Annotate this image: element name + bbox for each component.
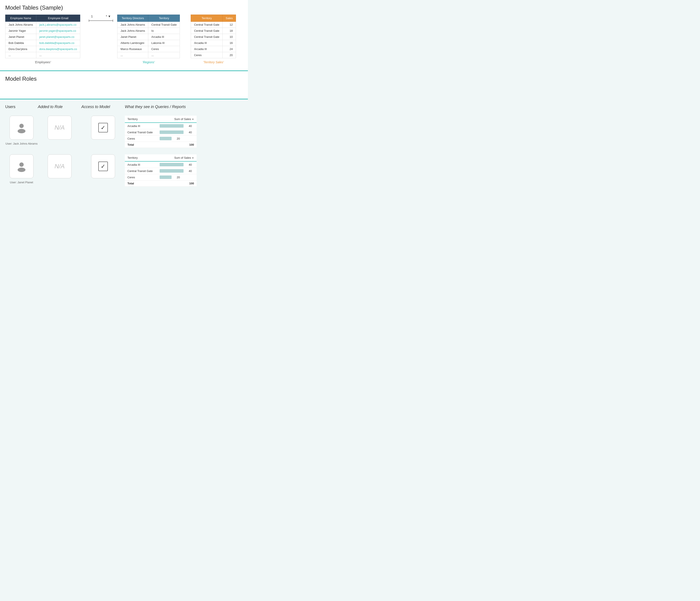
regions-table: Territory Directors Territory Jack Johns… (117, 15, 180, 58)
bar-value: 40 (185, 124, 192, 128)
user-row: User: Jack Johns Abrams N/A ✓ Territory … (5, 116, 243, 148)
sort-arrow-icon: ▼ (192, 157, 194, 159)
table-row: Central Transit Gate18 (191, 28, 236, 34)
table-row: Arcadia III24 (191, 46, 236, 52)
model-tables-section: Model Tables (Sample) Employee Name Empl… (0, 0, 248, 71)
table-row: Central Transit Gate10 (191, 34, 236, 40)
table-row: Dora Dax'ploradora.daxplora@spaceparts.c… (5, 46, 80, 52)
table-row: Arcadia III 40 (125, 123, 197, 129)
qt-territory-cell: Ceres (125, 174, 157, 180)
table-row: Janet PlanetArcadia III (118, 34, 180, 40)
qt-sales-cell: 40 (157, 123, 197, 129)
table-row: Ceres20 (191, 52, 236, 58)
ts-sales-cell: 18 (222, 28, 236, 34)
total-row: Total 100 (125, 142, 197, 148)
table-row: Jack Johns AbramsIo (118, 28, 180, 34)
col-header-added: Added to Role (38, 105, 81, 109)
qt-territory-cell: Arcadia III (125, 161, 157, 168)
territory-sales-table-block: Territory Sales Central Transit Gate12Ce… (191, 15, 236, 64)
columns-header: Users Added to Role Access to Model What… (5, 105, 243, 109)
employee-email-cell: bob.dabilda@spaceparts.co (36, 40, 80, 46)
bar-value: 40 (185, 131, 192, 134)
ts-sales-cell: 12 (222, 22, 236, 28)
col-header-access: Access to Model (81, 105, 125, 109)
users-section: Users Added to Role Access to Model What… (0, 99, 248, 200)
region-director-cell: Alberto Lambrogini (118, 40, 148, 46)
employee-email-cell: jaromir.yager@spaceparts.co (36, 28, 80, 34)
total-value: 100 (157, 180, 197, 186)
svg-point-6 (18, 168, 25, 172)
ts-territory-cell: Central Transit Gate (191, 28, 222, 34)
model-roles-title: Model Roles (5, 75, 243, 82)
query-table: Territory Sum of Sales ▼ Arcadia III 40 … (125, 116, 197, 148)
model-tables-title: Model Tables (Sample) (5, 4, 243, 11)
checkbox-box: ✓ (91, 154, 115, 178)
bar (159, 124, 183, 128)
employees-caption: 'Employees' (34, 60, 51, 64)
qt-sales-cell: 20 (157, 135, 197, 142)
table-row: Alberto LambroginiLakonía III (118, 40, 180, 46)
query-table: Territory Sum of Sales ▼ Arcadia III 40 … (125, 154, 197, 186)
qt-col-sales: Sum of Sales ▼ (157, 116, 197, 123)
qt-col-territory: Territory (125, 154, 157, 161)
bar-cell: 40 (159, 169, 194, 173)
bar (159, 175, 172, 179)
checkmark: ✓ (101, 125, 105, 130)
bar (159, 130, 183, 134)
checkbox-box: ✓ (91, 116, 115, 140)
territory-sales-caption: 'Territory Sales' (203, 60, 224, 64)
ts-territory-cell: Arcadia III (191, 46, 222, 52)
table-row: Jack Johns AbramsCentral Transit Gate (118, 22, 180, 28)
na-box: N/A (48, 116, 72, 140)
total-label: Total (125, 180, 157, 186)
region-director-cell: Jack Johns Abrams (118, 28, 148, 34)
bar-value: 20 (173, 176, 180, 179)
employee-name-cell: Jack Johns Abrams (5, 22, 36, 28)
qt-territory-cell: Arcadia III (125, 123, 157, 129)
ts-sales-cell: 16 (222, 40, 236, 46)
employees-table: Employee Name Employee Email Jack Johns … (5, 15, 80, 58)
table-row: ...... (118, 52, 180, 58)
connector-label-1: 1 (91, 15, 93, 18)
query-block: Territory Sum of Sales ▼ Arcadia III 40 … (125, 116, 243, 148)
ts-territory-cell: Arcadia III (191, 40, 222, 46)
na-block: N/A (38, 154, 81, 178)
bar (159, 137, 172, 140)
bar-value: 40 (185, 169, 192, 173)
table-row: Arcadia III16 (191, 40, 236, 46)
table-row: Jaromir Yagerjaromir.yager@spaceparts.co (5, 28, 80, 34)
employees-table-block: Employee Name Employee Email Jack Johns … (5, 15, 80, 64)
ts-territory-cell: Central Transit Gate (191, 34, 222, 40)
region-director-cell: ... (118, 52, 148, 58)
sort-arrow-icon: ▼ (192, 118, 194, 121)
bar-value: 20 (173, 137, 180, 140)
bar-cell: 40 (159, 124, 194, 128)
table-row: Janet Planetjanet.planet@spaceparts.co (5, 34, 80, 40)
employees-col-name: Employee Name (5, 15, 36, 22)
col-header-see: What they see in Queries / Reports (125, 105, 212, 109)
qt-territory-cell: Ceres (125, 135, 157, 142)
region-territory-cell: Arcadia III (148, 34, 180, 40)
qt-territory-cell: Central Transit Gate (125, 129, 157, 135)
region-director-cell: Marco Russeaux (118, 46, 148, 52)
query-block: Territory Sum of Sales ▼ Arcadia III 40 … (125, 154, 243, 186)
ts-territory-cell: Ceres (191, 52, 222, 58)
qt-sales-cell: 40 (157, 129, 197, 135)
user-label: User: Jack Johns Abrams (5, 142, 38, 146)
bar-value: 40 (185, 163, 192, 166)
employee-name-cell: Bob Dabilda (5, 40, 36, 46)
qt-sales-cell: 40 (157, 168, 197, 174)
model-roles-section: Model Roles (0, 71, 248, 99)
table-row: Central Transit Gate12 (191, 22, 236, 28)
table-row: Ceres 20 (125, 174, 197, 180)
employee-email-cell: dora.daxplora@spaceparts.co (36, 46, 80, 52)
bar (159, 169, 183, 173)
bar-cell: 40 (159, 130, 194, 134)
ts-sales-cell: 20 (222, 52, 236, 58)
checkmark: ✓ (101, 164, 105, 169)
bar-cell: 40 (159, 163, 194, 166)
na-block: N/A (38, 116, 81, 140)
ts-sales-cell: 10 (222, 34, 236, 40)
employees-col-email: Employee Email (36, 15, 80, 22)
regions-col-territory: Territory (148, 15, 180, 22)
